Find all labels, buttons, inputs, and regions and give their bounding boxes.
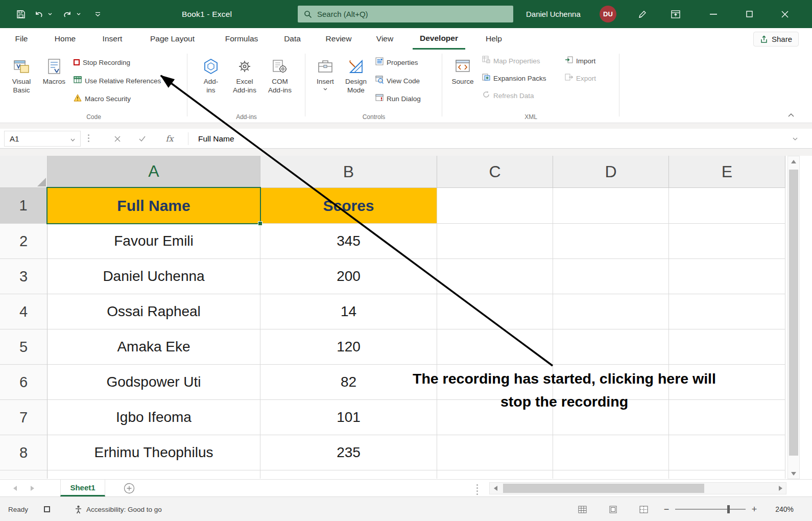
tab-splitter-handle[interactable]	[476, 484, 478, 495]
stop-recording-status-button[interactable]	[44, 497, 50, 521]
user-name[interactable]: Daniel Uchenna	[526, 0, 581, 28]
row-header-9-partial[interactable]	[0, 470, 47, 479]
com-add-ins-button[interactable]: COM Add-ins	[264, 51, 296, 107]
source-button[interactable]: Source	[447, 51, 478, 107]
cell-C6[interactable]	[437, 365, 553, 400]
row-header-2[interactable]: 2	[0, 224, 47, 259]
avatar[interactable]: DU	[600, 6, 616, 22]
cell-A6[interactable]: Godspower Uti	[47, 365, 260, 400]
scroll-down-button[interactable]	[788, 468, 799, 479]
cell-B7[interactable]: 101	[260, 400, 437, 435]
cell-D7[interactable]	[553, 400, 669, 435]
cell-B4[interactable]: 14	[260, 294, 437, 329]
row-header-7[interactable]: 7	[0, 400, 47, 435]
tab-page-layout[interactable]: Page Layout	[143, 28, 202, 50]
ink-button[interactable]	[631, 0, 654, 28]
row-header-1[interactable]: 1	[0, 188, 47, 224]
tab-file[interactable]: File	[11, 28, 32, 50]
insert-control-button[interactable]: Insert	[309, 51, 342, 107]
cell-D5[interactable]	[553, 329, 669, 365]
zoom-in-button[interactable]: +	[749, 497, 760, 521]
select-all-corner[interactable]	[0, 156, 47, 188]
cell-E5[interactable]	[669, 329, 785, 365]
cell-B8[interactable]: 235	[260, 435, 437, 470]
undo-button[interactable]	[32, 0, 46, 28]
share-button[interactable]: Share	[753, 32, 799, 46]
minimize-button[interactable]	[702, 0, 725, 28]
cell-B6[interactable]: 82	[260, 365, 437, 400]
cell-E6[interactable]	[669, 365, 785, 400]
run-dialog-button[interactable]: Run Dialog	[375, 91, 421, 106]
cell-A4[interactable]: Ossai Rapheal	[47, 294, 260, 329]
cell-D6[interactable]	[553, 365, 669, 400]
enter-button[interactable]	[132, 131, 152, 147]
tab-help[interactable]: Help	[481, 28, 507, 50]
tab-view[interactable]: View	[371, 28, 399, 50]
ribbon-display-options-button[interactable]	[664, 0, 687, 28]
zoom-slider-thumb[interactable]	[727, 505, 730, 513]
tab-review[interactable]: Review	[321, 28, 356, 50]
redo-button[interactable]	[60, 0, 75, 28]
cell-C7[interactable]	[437, 400, 553, 435]
scroll-right-button[interactable]	[775, 483, 786, 494]
cell-D2[interactable]	[553, 224, 669, 259]
cell-E1[interactable]	[669, 188, 785, 224]
map-properties-button[interactable]: Map Properties	[482, 54, 540, 68]
name-box-resize-handle[interactable]	[88, 134, 89, 142]
cell-A7[interactable]: Igbo Ifeoma	[47, 400, 260, 435]
tab-home[interactable]: Home	[49, 28, 82, 50]
design-mode-button[interactable]: Design Mode	[340, 51, 372, 107]
accessibility-checker[interactable]: Accessibility: Good to go	[75, 497, 162, 521]
refresh-data-button[interactable]: Refresh Data	[482, 88, 534, 103]
row-header-4[interactable]: 4	[0, 294, 47, 329]
macros-button[interactable]: Macros	[39, 51, 69, 107]
export-button[interactable]: Export	[565, 71, 596, 85]
row-header-8[interactable]: 8	[0, 435, 47, 470]
cell-C8[interactable]	[437, 435, 553, 470]
tab-data[interactable]: Data	[278, 28, 306, 50]
cell-B5[interactable]: 120	[260, 329, 437, 365]
normal-view-button[interactable]	[575, 497, 590, 521]
expand-formula-bar-button[interactable]	[786, 131, 804, 147]
import-button[interactable]: Import	[565, 54, 595, 68]
zoom-out-button[interactable]: −	[661, 497, 672, 521]
zoom-slider-track[interactable]	[675, 509, 746, 510]
new-sheet-button[interactable]	[124, 483, 135, 496]
cell-B3[interactable]: 200	[260, 259, 437, 294]
close-button[interactable]	[773, 0, 797, 28]
excel-add-ins-button[interactable]: Excel Add-ins	[228, 51, 261, 107]
column-header-D[interactable]: D	[553, 156, 669, 188]
cell-C4[interactable]	[437, 294, 553, 329]
cell-D1[interactable]	[553, 188, 669, 224]
cell-A8[interactable]: Erhimu Theophilus	[47, 435, 260, 470]
customize-quick-access-toolbar-button[interactable]	[91, 0, 104, 28]
redo-dropdown[interactable]	[75, 0, 83, 28]
formula-input[interactable]: Full Name	[198, 131, 234, 147]
cell-A5[interactable]: Amaka Eke	[47, 329, 260, 365]
column-header-A[interactable]: A	[47, 156, 260, 188]
cell-E3[interactable]	[669, 259, 785, 294]
cell-D4[interactable]	[553, 294, 669, 329]
cell-A2[interactable]: Favour Emili	[47, 224, 260, 259]
cancel-button[interactable]	[107, 131, 128, 147]
tab-insert[interactable]: Insert	[94, 28, 130, 50]
row-header-3[interactable]: 3	[0, 259, 47, 294]
cell-C3[interactable]	[437, 259, 553, 294]
cell-B2[interactable]: 345	[260, 224, 437, 259]
column-header-C[interactable]: C	[437, 156, 553, 188]
use-relative-references-button[interactable]: Use Relative References	[74, 74, 161, 88]
page-layout-view-button[interactable]	[605, 497, 620, 521]
chevron-down-icon[interactable]	[70, 134, 75, 143]
cell-C5[interactable]	[437, 329, 553, 365]
zoom-level[interactable]: 240%	[765, 497, 794, 521]
expansion-packs-button[interactable]: Expansion Packs	[482, 71, 546, 85]
previous-sheet-button[interactable]	[7, 480, 22, 497]
cell-E7[interactable]	[669, 400, 785, 435]
cell-D9-partial[interactable]	[553, 470, 669, 479]
next-sheet-button[interactable]	[25, 480, 40, 497]
horizontal-scrollbar-thumb[interactable]	[503, 484, 704, 493]
macro-security-button[interactable]: Macro Security	[74, 91, 131, 106]
vertical-scrollbar[interactable]	[787, 156, 800, 479]
page-break-preview-button[interactable]	[636, 497, 651, 521]
scroll-left-button[interactable]	[490, 483, 501, 494]
